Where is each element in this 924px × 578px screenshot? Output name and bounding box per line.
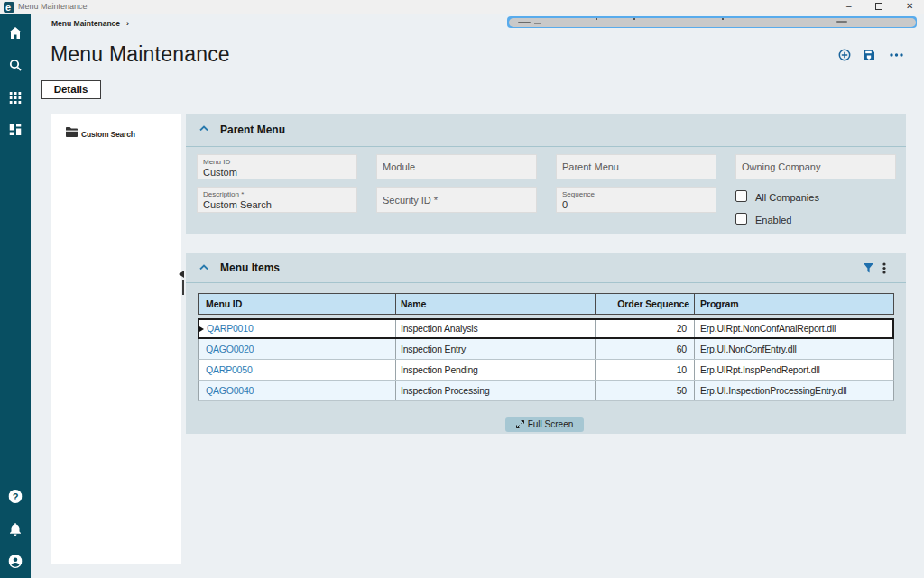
- svg-text:?: ?: [13, 491, 19, 502]
